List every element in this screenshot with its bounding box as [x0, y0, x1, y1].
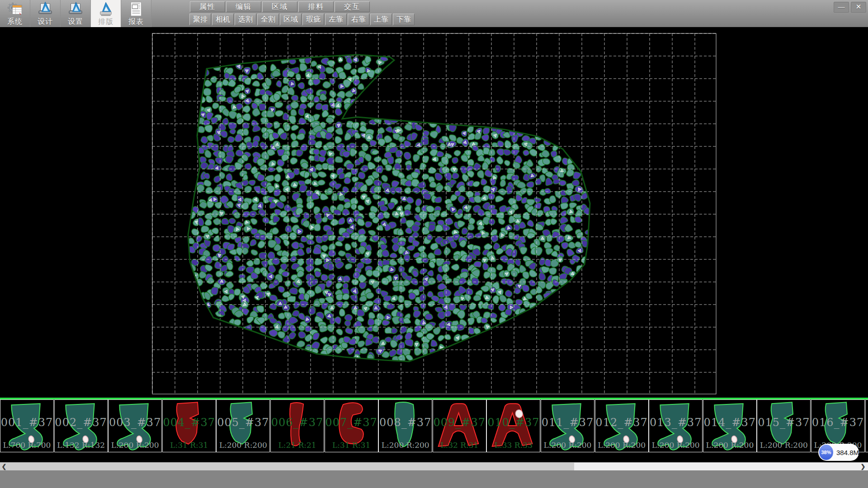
memory-value: 384.8M [836, 449, 859, 456]
tab-properties[interactable]: 属性 [190, 1, 225, 12]
part-thumbnail-001_#37[interactable]: 001_#37L:700 R:700 [0, 399, 54, 452]
nav-nesting[interactable]: 排版 [91, 0, 121, 27]
part-thumbnail-004_#37[interactable]: 004_#37L:31 R:31 [162, 399, 216, 452]
tab-region[interactable]: 区域 [262, 1, 297, 12]
nav-report-label: 报表 [128, 18, 144, 26]
tool-snap-top[interactable]: 上靠 [370, 14, 392, 25]
part-shape [108, 400, 161, 451]
part-thumbnail-015_#37[interactable]: 015_#37L:200 R:200 [757, 399, 811, 452]
nav-settings-label: 设置 [68, 18, 83, 26]
part-shape [55, 400, 108, 451]
part-thumbnail-009_#37[interactable]: 009_#37L:32 R:31 [433, 399, 486, 452]
part-thumbnail-014_#37[interactable]: 014_#37L:200 R:200 [703, 399, 757, 452]
part-thumbnail-007_#37[interactable]: 007_#37L:31 R:31 [325, 399, 378, 452]
system-icon [6, 0, 24, 18]
part-shape [595, 400, 648, 451]
tab-interact[interactable]: 交互 [335, 1, 370, 12]
part-thumbnail-011_#37[interactable]: 011_#37L:200 R:200 [541, 399, 594, 452]
part-shape [379, 400, 432, 451]
close-button[interactable]: ✕ [851, 2, 866, 13]
tool-cut-selected[interactable]: 选割 [235, 14, 256, 25]
part-thumbnail-006_#37[interactable]: 006_#37L:21 R:21 [270, 399, 324, 452]
tool-defect[interactable]: 瑕疵 [302, 14, 324, 25]
part-shape [487, 400, 540, 451]
part-thumbnail-008_#37[interactable]: 008_#37L:200 R:200 [378, 399, 432, 452]
horizontal-scrollbar[interactable]: ❮ ❯ [0, 462, 868, 470]
window-controls: — ✕ [834, 2, 866, 13]
part-shape [703, 400, 756, 451]
part-shape [866, 400, 868, 451]
progress-circle: 38% [819, 445, 833, 460]
part-thumbnail-005_#37[interactable]: 005_#37L:200 R:200 [216, 399, 270, 452]
menu-tab-row: 属性编辑区域排料交互 [190, 1, 370, 12]
tool-snap-left[interactable]: 左靠 [325, 14, 347, 25]
scrollbar-thumb[interactable] [8, 463, 574, 470]
scroll-left-arrow-icon[interactable]: ❮ [0, 463, 8, 470]
tool-snap-bottom[interactable]: 下靠 [393, 14, 415, 25]
part-thumbnail-010_#37[interactable]: 010_#37L:33 R:33 [486, 399, 540, 452]
design-icon [37, 0, 54, 18]
part-shape [649, 400, 702, 451]
settings-icon [67, 0, 84, 18]
scroll-right-arrow-icon[interactable]: ❯ [859, 463, 867, 470]
main-nav: 系统设计设置排版报表 [0, 0, 151, 27]
nav-nesting-label: 排版 [98, 18, 113, 26]
app-window: 系统设计设置排版报表 属性编辑区域排料交互 聚排相机选割全割区域瑕疵左靠右靠上靠… [0, 0, 868, 488]
part-shape [757, 400, 810, 451]
nav-settings[interactable]: 设置 [61, 0, 91, 27]
nav-design-label: 设计 [38, 18, 53, 26]
nav-report[interactable]: 报表 [121, 0, 151, 27]
nav-system-label: 系统 [7, 18, 23, 26]
part-thumbnail-pos-17[interactable] [865, 399, 868, 452]
parts-filmstrip: 001_#37L:700 R:700002_#37L:132 R:132003_… [0, 399, 868, 453]
menu-tool-row: 聚排相机选割全割区域瑕疵左靠右靠上靠下靠 [189, 14, 415, 25]
tool-cut-all[interactable]: 全割 [257, 14, 279, 25]
tab-edit[interactable]: 编辑 [226, 1, 261, 12]
nesting-icon [97, 0, 114, 18]
part-shape [541, 400, 594, 451]
tool-region[interactable]: 区域 [280, 14, 302, 25]
tool-camera[interactable]: 相机 [212, 14, 234, 25]
part-shape [271, 400, 324, 451]
memory-badge: 38% 384.8M [818, 444, 859, 461]
part-thumbnail-002_#37[interactable]: 002_#37L:132 R:132 [54, 399, 108, 452]
nav-system[interactable]: 系统 [0, 0, 30, 27]
minimize-button[interactable]: — [834, 2, 849, 13]
tool-cluster-nest[interactable]: 聚排 [189, 14, 211, 25]
part-shape [433, 400, 486, 451]
top-toolbar: 系统设计设置排版报表 属性编辑区域排料交互 聚排相机选割全割区域瑕疵左靠右靠上靠… [0, 0, 868, 27]
nav-design[interactable]: 设计 [30, 0, 61, 27]
part-thumbnail-013_#37[interactable]: 013_#37L:200 R:200 [649, 399, 703, 452]
nesting-canvas-svg [0, 27, 868, 398]
part-shape [217, 400, 269, 451]
bottom-bar [0, 470, 868, 488]
part-shape [0, 400, 53, 451]
tool-snap-right[interactable]: 右靠 [348, 14, 369, 25]
part-shape [325, 400, 378, 451]
part-thumbnail-012_#37[interactable]: 012_#37L:200 R:200 [595, 399, 649, 452]
part-thumbnail-003_#37[interactable]: 003_#37L:200 R:200 [108, 399, 162, 452]
report-icon [127, 0, 145, 18]
part-shape [163, 400, 216, 451]
tab-nesting[interactable]: 排料 [298, 1, 334, 12]
nesting-canvas[interactable] [0, 27, 868, 398]
